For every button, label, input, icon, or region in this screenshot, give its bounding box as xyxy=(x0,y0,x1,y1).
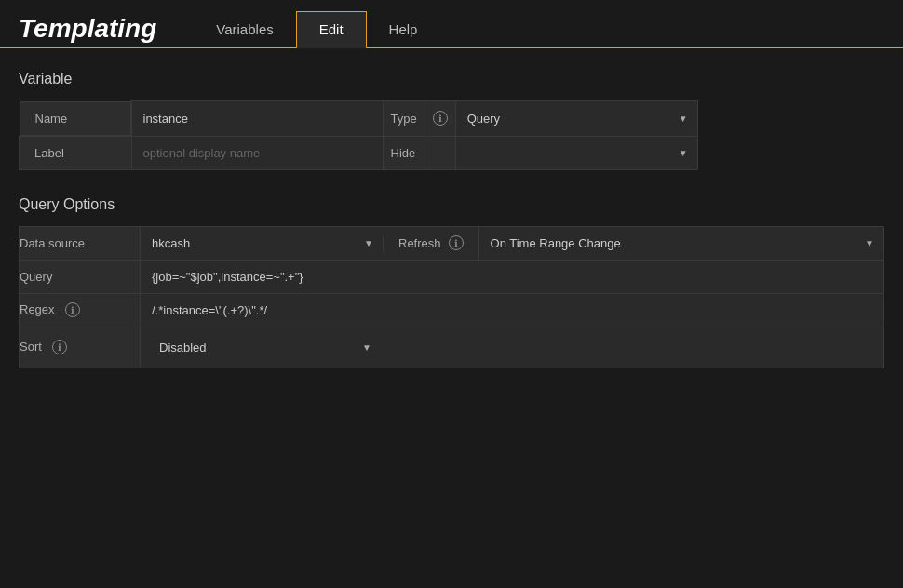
datasource-label-cell: Data source xyxy=(20,226,141,260)
app-title: Templating xyxy=(19,14,156,44)
type-info-icon[interactable]: ℹ xyxy=(433,111,448,126)
regex-label: Regex xyxy=(20,302,55,316)
name-type-row: Name Type ℹ Query Custom Text box xyxy=(20,101,698,137)
query-input-cell xyxy=(141,260,884,293)
tab-help[interactable]: Help xyxy=(367,11,440,47)
sort-select[interactable]: Disabled Alphabetical (asc) Alphabetical… xyxy=(148,331,381,364)
datasource-select[interactable]: hkcash xyxy=(141,227,383,260)
refresh-section: Refresh ℹ xyxy=(383,235,478,250)
refresh-select-wrapper: Never On Dashboard Load On Time Range Ch… xyxy=(478,227,883,260)
datasource-select-wrapper: hkcash xyxy=(141,227,383,260)
query-label-cell: Query xyxy=(20,260,141,293)
regex-label-cell: Regex ℹ xyxy=(20,293,141,327)
refresh-select[interactable]: Never On Dashboard Load On Time Range Ch… xyxy=(479,227,883,260)
sort-input-cell: Disabled Alphabetical (asc) Alphabetical… xyxy=(141,327,884,368)
sort-row: Sort ℹ Disabled Alphabetical (asc) Alpha… xyxy=(20,327,884,368)
nav-tabs: Variables Edit Help xyxy=(194,11,439,47)
header: Templating Variables Edit Help xyxy=(0,0,903,48)
main-content: Variable Name Type ℹ Query xyxy=(0,48,903,391)
type-select[interactable]: Query Custom Text box Constant Datasourc… xyxy=(456,102,697,135)
regex-info-icon[interactable]: ℹ xyxy=(65,302,80,317)
datasource-row: Data source hkcash Refresh ℹ xyxy=(20,226,884,260)
tab-edit[interactable]: Edit xyxy=(296,11,367,48)
query-label: Query xyxy=(20,270,52,284)
tab-variables[interactable]: Variables xyxy=(194,11,295,47)
variable-table: Name Type ℹ Query Custom Text box xyxy=(19,100,698,170)
refresh-label: Refresh xyxy=(398,236,441,250)
sort-info-icon[interactable]: ℹ xyxy=(52,340,67,354)
datasource-label: Data source xyxy=(20,236,85,250)
sort-select-wrapper: Disabled Alphabetical (asc) Alphabetical… xyxy=(148,331,381,364)
hide-select-wrapper: Label Variable xyxy=(456,137,697,169)
regex-input-cell xyxy=(141,293,884,327)
label-label: Label xyxy=(34,146,64,160)
regex-input[interactable] xyxy=(141,294,883,327)
refresh-info-icon[interactable]: ℹ xyxy=(449,235,464,250)
query-options-section-title: Query Options xyxy=(19,196,884,213)
sort-label-cell: Sort ℹ xyxy=(20,327,141,368)
datasource-controls: hkcash Refresh ℹ Never On Dashboard Load xyxy=(141,227,883,260)
type-label: Type xyxy=(391,112,417,126)
datasource-input-cell: hkcash Refresh ℹ Never On Dashboard Load xyxy=(141,226,884,260)
name-input[interactable] xyxy=(132,102,383,135)
hide-label: Hide xyxy=(391,146,416,160)
label-hide-row: Label Hide Label Variable xyxy=(20,136,698,169)
variable-section-title: Variable xyxy=(19,71,884,87)
query-options-table: Data source hkcash Refresh ℹ xyxy=(19,226,884,368)
regex-row: Regex ℹ xyxy=(20,293,884,327)
query-input[interactable] xyxy=(141,261,883,293)
hide-select[interactable]: Label Variable xyxy=(456,137,697,169)
name-label: Name xyxy=(35,112,68,126)
label-input[interactable] xyxy=(132,137,383,169)
sort-label: Sort xyxy=(20,340,42,354)
type-select-wrapper: Query Custom Text box Constant Datasourc… xyxy=(456,102,697,135)
query-row: Query xyxy=(20,260,884,293)
